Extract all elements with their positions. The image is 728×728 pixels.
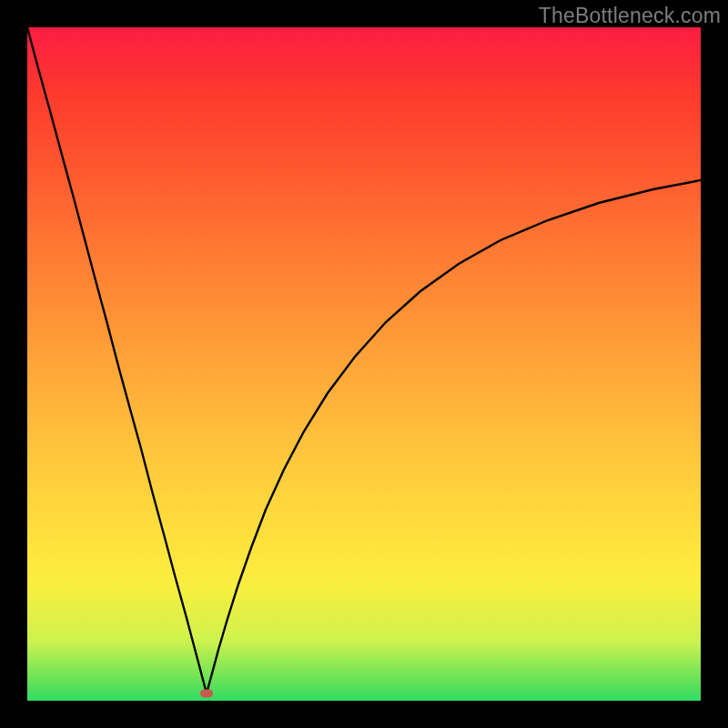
plot-area xyxy=(27,27,701,701)
curve-right-branch xyxy=(207,180,701,693)
curve-svg xyxy=(27,27,701,701)
watermark-text: TheBottleneck.com xyxy=(539,4,721,28)
minimum-marker xyxy=(200,690,213,698)
chart-container: TheBottleneck.com xyxy=(0,0,728,728)
curve-left-branch xyxy=(27,27,207,693)
